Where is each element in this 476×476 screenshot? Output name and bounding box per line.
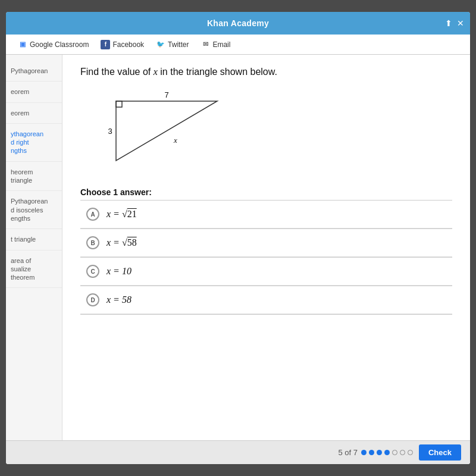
answer-choice-d[interactable]: D x = 58 — [80, 286, 452, 314]
svg-text:x: x — [173, 136, 177, 145]
content-area: Find the value of x in the triangle show… — [62, 55, 470, 464]
answer-choice-a[interactable]: A x = √21 — [80, 201, 452, 228]
twitter-share[interactable]: 🐦 Twitter — [156, 40, 189, 49]
screen: Khan Academy ⬆ ✕ ▣ Google Classroom f Fa… — [6, 12, 470, 464]
browser-top-bar: Khan Academy ⬆ ✕ — [6, 12, 470, 35]
progress-text: 5 of 7 — [338, 448, 358, 457]
answer-choice-b[interactable]: B x = √58 — [80, 229, 452, 257]
choice-circle-b: B — [86, 236, 99, 249]
browser-title: Khan Academy — [207, 18, 269, 28]
choice-math-a: x = √21 — [107, 209, 137, 220]
dot-3 — [377, 450, 382, 455]
answer-divider-bottom — [80, 314, 452, 315]
choice-math-d: x = 58 — [107, 295, 131, 305]
choice-circle-d: D — [86, 293, 99, 306]
bottom-bar: 5 of 7 Check — [6, 440, 470, 464]
svg-rect-1 — [116, 101, 122, 107]
share-bar: ▣ Google Classroom f Facebook 🐦 Twitter … — [6, 35, 470, 55]
dot-4 — [384, 450, 390, 455]
twitter-label: Twitter — [168, 40, 189, 49]
svg-marker-0 — [116, 101, 217, 161]
main-content: Pythagorean eorem eorem ythagoreand righ… — [6, 55, 470, 464]
choice-circle-c: C — [86, 265, 99, 278]
choose-label: Choose 1 answer: — [80, 187, 452, 197]
sidebar-item-6[interactable]: t triangle — [6, 229, 62, 250]
email-icon: ✉ — [201, 40, 210, 49]
svg-text:7: 7 — [164, 90, 168, 99]
answer-choice-c[interactable]: C x = 10 — [80, 258, 452, 286]
sidebar-item-4[interactable]: heoremtriangle — [6, 162, 62, 192]
email-share[interactable]: ✉ Email — [201, 40, 230, 49]
facebook-icon: f — [101, 40, 110, 49]
sidebar-item-7[interactable]: area ofsualizetheorem — [6, 250, 62, 289]
question-title: Find the value of x in the triangle show… — [80, 67, 452, 77]
facebook-share[interactable]: f Facebook — [101, 40, 144, 49]
dot-6 — [400, 450, 405, 455]
check-button[interactable]: Check — [419, 444, 461, 461]
google-classroom-share[interactable]: ▣ Google Classroom — [18, 40, 89, 49]
progress-info: 5 of 7 — [338, 448, 413, 457]
close-icon[interactable]: ✕ — [457, 18, 464, 28]
sidebar-item-2[interactable]: eorem — [6, 103, 62, 124]
progress-dots — [361, 450, 413, 455]
choice-circle-a: A — [86, 208, 99, 221]
triangle-svg: 7 3 x — [92, 89, 235, 173]
twitter-icon: 🐦 — [156, 40, 165, 49]
sidebar-item-0[interactable]: Pythagorean — [6, 61, 62, 82]
dot-7 — [408, 450, 413, 455]
svg-text:3: 3 — [108, 127, 112, 136]
google-classroom-label: Google Classroom — [30, 40, 89, 49]
sidebar-item-5[interactable]: Pythagoreand isoscelesengths — [6, 191, 62, 229]
upload-icon[interactable]: ⬆ — [445, 18, 452, 28]
sidebar-item-3[interactable]: ythagoreand rightngths — [6, 124, 62, 162]
dot-5 — [392, 450, 397, 455]
diagram-container: 7 3 x — [92, 89, 235, 173]
facebook-label: Facebook — [112, 40, 144, 49]
email-label: Email — [212, 40, 230, 49]
sidebar: Pythagorean eorem eorem ythagoreand righ… — [6, 55, 62, 464]
google-classroom-icon: ▣ — [18, 40, 27, 49]
dot-1 — [361, 450, 367, 455]
browser-icons: ⬆ ✕ — [445, 18, 464, 28]
choice-math-c: x = 10 — [107, 266, 131, 277]
sidebar-item-1[interactable]: eorem — [6, 82, 62, 102]
dot-2 — [369, 450, 374, 455]
choice-math-b: x = √58 — [107, 237, 137, 248]
